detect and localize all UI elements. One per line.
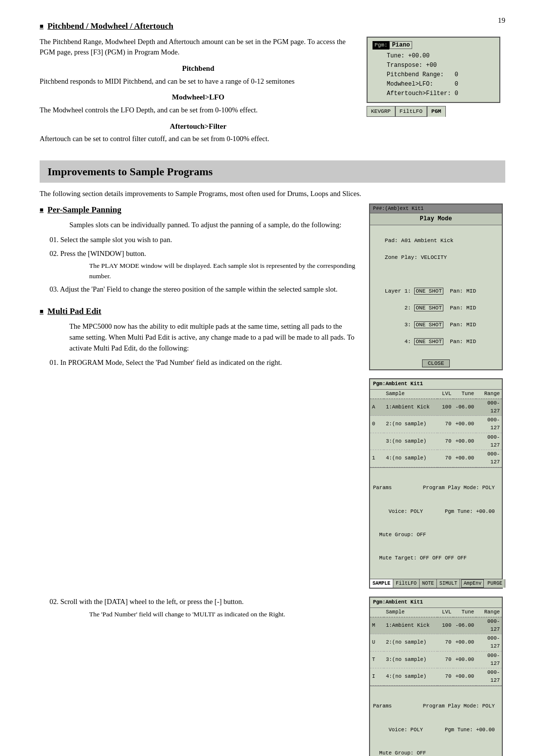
table-row: 0 2:(no sample) 70 +00.00 000-127 — [370, 416, 502, 433]
row2-sample: 2:(no sample) — [384, 416, 437, 433]
dialog-layer2-line: 2: ONE SHOT Pan: MID — [375, 304, 476, 311]
stw-tab-purge[interactable]: PURGE — [485, 579, 505, 588]
t2-row4-lvl: 70 — [437, 668, 453, 686]
sample-table-1-tabs: SAMPLE FiltLFO NOTE SIMULT AmpEnv PURGE — [370, 579, 502, 588]
params-line2: Voice: POLY Pgm Tune: +00.00 — [373, 508, 499, 516]
pitchbend-text-col: The Pitchbend Range, Modwheel Depth and … — [40, 37, 357, 149]
lcd-tab-filtlfo[interactable]: FiltLFO — [395, 106, 427, 117]
per-sample-step2-note: The PLAY MODE window will be displayed. … — [89, 261, 357, 281]
multi-pad-step-2: Scroll with the [DATA] wheel to the left… — [50, 597, 357, 619]
t2-row3-lvl: 70 — [437, 651, 453, 668]
modwheel-body: The Modwheel controls the LFO Depth, and… — [40, 105, 357, 116]
t2-row4-sample: 4:(no sample) — [384, 668, 437, 686]
per-sample-steps: Select the sample slot you wish to pan. … — [50, 235, 357, 295]
row1-pad: A — [370, 399, 384, 416]
multi-pad-step2-list: Scroll with the [DATA] wheel to the left… — [50, 597, 357, 619]
aftertouch-sub-heading: Aftertouch>Filter — [40, 121, 357, 132]
lcd-transpose-line: Transpose: +00 — [373, 61, 494, 70]
sample-table-1-table: Sample LVL Tune Range A 1:Ambient Kick 1… — [370, 390, 502, 467]
dialog-pad-line: Pad: A01 Ambient Kick — [375, 238, 453, 244]
row2-tune: +00.00 — [453, 416, 476, 433]
sample-table-1-params: Params Program Play Mode: POLY Voice: PO… — [370, 467, 502, 579]
t2-row2-lvl: 70 — [437, 634, 453, 652]
multi-pad-heading: Multi Pad Edit — [40, 305, 357, 318]
table-row: U 2:(no sample) 70 +00.00 000-127 — [370, 634, 502, 652]
pitchbend-body: Pitchbend responds to MIDI Pitchbend, an… — [40, 76, 357, 87]
improvements-intro: The following section details improvemen… — [40, 189, 505, 200]
dialog-layer4-line: 4: ONE SHOT Pan: MID — [375, 338, 476, 345]
params-line1: Params Program Play Mode: POLY — [373, 484, 499, 492]
t2-row1-range: 000-127 — [476, 617, 502, 634]
t2-row4-tune: +00.00 — [453, 668, 476, 686]
row1-tune: -06.00 — [453, 399, 476, 416]
stw-tab-ampenv[interactable]: AmpEnv — [461, 579, 484, 588]
dialog-play-mode-title: Play Mode — [370, 213, 502, 225]
row4-pad: 1 — [370, 450, 384, 467]
t2-row2-pad: U — [370, 634, 384, 652]
table-row: M 1:Ambient Kick 100 -06.00 000-127 — [370, 617, 502, 634]
t2-row3-pad: T — [370, 651, 384, 668]
play-mode-dialog: P##:(Amb)ext Kit1 Play Mode Pad: A01 Amb… — [369, 203, 503, 371]
col2-pad-header — [370, 608, 384, 617]
t2-row3-range: 000-127 — [476, 651, 502, 668]
t2-row2-tune: +00.00 — [453, 634, 476, 652]
pitchbend-lcd-tabs: KEVGRP FiltLFO PGM — [367, 106, 500, 117]
col-tune-header: Tune — [453, 390, 476, 399]
t2-params-line2: Voice: POLY Pgm Tune: +00.00 — [373, 726, 499, 734]
t2-params-line3: Mute Group: OFF — [373, 750, 499, 756]
sample-table-2-table: Sample LVL Tune Range M 1:Ambient Kick 1… — [370, 608, 502, 686]
col2-tune-header: Tune — [453, 608, 476, 617]
row2-range: 000-127 — [476, 416, 502, 433]
row3-tune: +00.00 — [453, 433, 476, 450]
params-line4: Mute Target: OFF OFF OFF OFF — [373, 554, 499, 562]
t2-row4-pad: I — [370, 668, 384, 686]
stw-tab-filtlfo[interactable]: FiltLFO — [393, 579, 420, 588]
dialog-titlebar: P##:(Amb)ext Kit1 — [370, 204, 502, 214]
improvements-right-col: P##:(Amb)ext Kit1 Play Mode Pad: A01 Amb… — [369, 203, 505, 589]
dialog-titlebar-text: P##:(Amb)ext Kit1 — [373, 205, 424, 213]
per-sample-section: Per-Sample Panning Samples slots can be … — [40, 203, 357, 295]
t2-row1-pad: M — [370, 617, 384, 634]
sample-table-2-params: Params Program Play Mode: POLY Voice: PO… — [370, 686, 502, 756]
col-pad-header — [370, 390, 384, 399]
multi-pad-step2-col: Scroll with the [DATA] wheel to the left… — [40, 597, 357, 756]
aftertouch-body: Aftertouch can be set to control filter … — [40, 134, 357, 145]
stw-tab-note[interactable]: NOTE — [420, 579, 437, 588]
close-button[interactable]: CLOSE — [422, 359, 449, 367]
lcd-tab-pgm[interactable]: PGM — [427, 106, 446, 117]
row4-sample: 4:(no sample) — [384, 450, 437, 467]
page-number: 19 — [498, 15, 505, 26]
col2-range-header: Range — [476, 608, 502, 617]
row1-sample: 1:Ambient Kick — [384, 399, 437, 416]
multi-pad-section: Multi Pad Edit The MPC5000 now has the a… — [40, 305, 357, 369]
params-line3: Mute Group: OFF — [373, 531, 499, 539]
table-row: A 1:Ambient Kick 100 -06.00 000-127 — [370, 399, 502, 416]
row3-range: 000-127 — [476, 433, 502, 450]
improvements-heading: Improvements to Sample Programs — [40, 160, 505, 183]
row4-range: 000-127 — [476, 450, 502, 467]
multi-pad-step-1: In PROGRAM Mode, Select the 'Pad Number'… — [50, 357, 357, 368]
lcd-pgm-value: Piano — [389, 41, 412, 49]
row4-tune: +00.00 — [453, 450, 476, 467]
table-row: T 3:(no sample) 70 +00.00 000-127 — [370, 651, 502, 668]
per-sample-heading: Per-Sample Panning — [40, 203, 357, 216]
modwheel-sub-heading: Modwheel>LFO — [40, 92, 357, 103]
dialog-footer: CLOSE — [370, 357, 502, 369]
stw-tab-simult[interactable]: SIMULT — [437, 579, 460, 588]
t2-row2-sample: 2:(no sample) — [384, 634, 437, 652]
t2-row1-lvl: 100 — [437, 617, 453, 634]
row2-lvl: 70 — [437, 416, 453, 433]
dialog-layer3-line: 3: ONE SHOT Pan: MID — [375, 321, 476, 328]
row2-pad: 0 — [370, 416, 384, 433]
lcd-tab-kevgrp[interactable]: KEVGRP — [367, 106, 395, 117]
pitchbend-intro: The Pitchbend Range, Modwheel Depth and … — [40, 37, 357, 58]
pitchbend-widget-col: Pgm:Piano Tune: +00.00 Transpose: +00 Pi… — [367, 37, 505, 149]
row3-lvl: 70 — [437, 433, 453, 450]
pitchbend-lcd: Pgm:Piano Tune: +00.00 Transpose: +00 Pi… — [367, 37, 500, 103]
lcd-pitchbend-line: Pitchbend Range: 0 — [373, 70, 494, 80]
stw-tab-sample[interactable]: SAMPLE — [370, 579, 393, 588]
multi-pad-steps: In PROGRAM Mode, Select the 'Pad Number'… — [50, 357, 357, 368]
dialog-zone-line: Zone Play: VELOCITY — [375, 254, 447, 260]
per-sample-intro: Samples slots can be individually panned… — [69, 220, 357, 231]
t2-row1-sample: 1:Ambient Kick — [384, 617, 437, 634]
